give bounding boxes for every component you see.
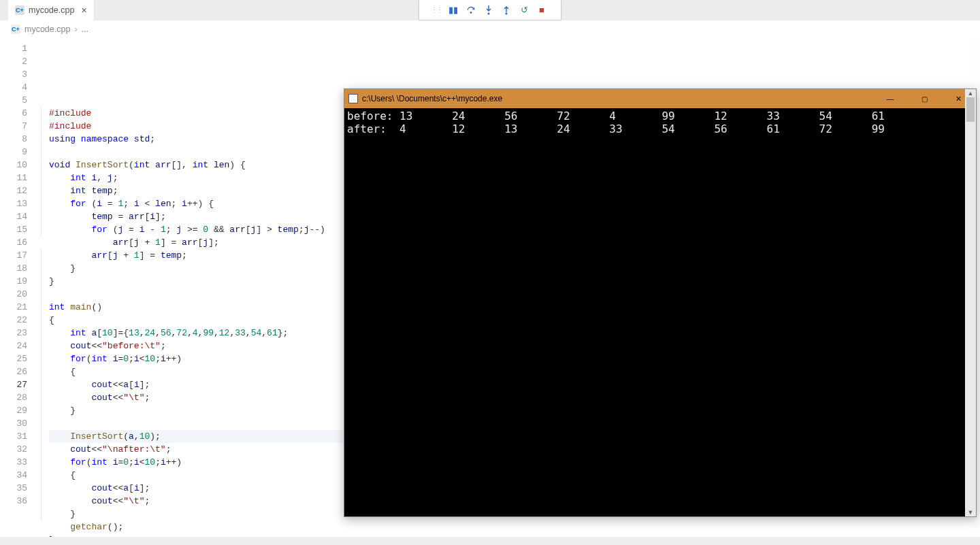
svg-point-0 (470, 12, 472, 14)
scroll-thumb[interactable] (966, 97, 975, 122)
chevron-right-icon: › (74, 24, 77, 34)
restart-button[interactable]: ↺ (517, 3, 532, 18)
breadcrumb-file[interactable]: mycode.cpp (24, 24, 70, 34)
cpp-file-icon: C+ (11, 24, 20, 34)
status-bar (0, 537, 980, 545)
console-titlebar[interactable]: c:\Users\ \Documents\c++\mycode.exe — ▢ … (344, 89, 976, 108)
step-over-button[interactable] (463, 3, 478, 18)
debug-toolbar: ⋮⋮ ▮▮ ↺ ■ (419, 0, 561, 20)
console-scrollbar[interactable]: ▲ ▼ (965, 89, 976, 516)
scroll-down-icon[interactable]: ▼ (965, 508, 976, 516)
console-output[interactable]: before: 13 24 56 72 4 99 12 33 54 61 aft… (344, 108, 976, 516)
breadcrumb: C+ mycode.cpp › ... (0, 20, 980, 38)
cpp-file-icon: C+ (15, 5, 24, 15)
step-out-button[interactable] (499, 3, 514, 18)
drag-handle-icon[interactable]: ⋮⋮ (431, 6, 442, 14)
close-icon[interactable]: × (81, 5, 86, 16)
tab-label: mycode.cpp (29, 5, 74, 15)
console-window: c:\Users\ \Documents\c++\mycode.exe — ▢ … (344, 88, 977, 517)
line-gutter: 1234567891011121314151617181920212223242… (0, 38, 35, 545)
breadcrumb-more[interactable]: ... (82, 24, 88, 34)
svg-point-1 (487, 12, 489, 14)
scroll-up-icon[interactable]: ▲ (965, 89, 976, 97)
step-into-button[interactable] (481, 3, 496, 18)
console-title: c:\Users\ \Documents\c++\mycode.exe (362, 94, 871, 103)
maximize-button[interactable]: ▢ (909, 89, 939, 108)
stop-button[interactable]: ■ (534, 3, 549, 18)
app-icon (348, 94, 358, 103)
minimize-button[interactable]: — (875, 89, 905, 108)
svg-point-2 (505, 12, 507, 14)
tab-mycode[interactable]: C+ mycode.cpp × (8, 0, 95, 20)
pause-button[interactable]: ▮▮ (446, 3, 461, 18)
